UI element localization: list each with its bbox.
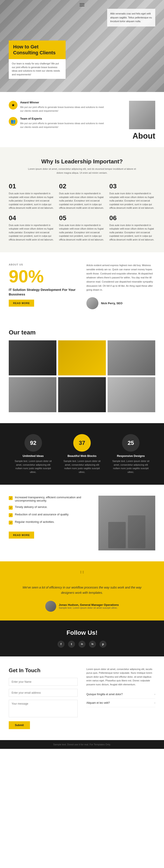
- hero-right-text: Alibi venenatis cras sed felis eget veli…: [110, 12, 152, 24]
- number-value-3: 25: [128, 440, 134, 446]
- feature-item-4: ✓ Regular monitoring of activities.: [9, 520, 90, 525]
- faq-item-1[interactable]: Quisque fringilla et amet dolor? ›: [86, 690, 155, 699]
- team-photo-3: [108, 340, 155, 375]
- leadership-text-6: Duis aute irure dolor in reprehenderit i…: [109, 223, 155, 242]
- footer-text: Sample text. Donot use it for real. For …: [9, 743, 155, 746]
- leadership-item-2: 02 Duis aute irure dolor in reprehenderi…: [59, 182, 105, 210]
- number-desc-3: Sample text. Lorem ipsum dolor sit amet,…: [111, 459, 151, 474]
- team-photo-2: [58, 340, 106, 375]
- number-label-2: Beautiful Web Blocks: [62, 454, 102, 458]
- team-photo-inner-4: [9, 377, 56, 412]
- stats-read-more-button[interactable]: READ MORE: [9, 300, 34, 307]
- feature-item-1: ✓ Increased transparency, efficient comm…: [9, 496, 90, 502]
- social-icon-facebook[interactable]: f: [57, 641, 65, 648]
- leadership-num-6: 06: [109, 214, 155, 222]
- name-input[interactable]: [9, 678, 78, 686]
- team-photo-inner-3: [108, 340, 155, 375]
- stats-section: ABOUT US 90% IT Solution Strategy Develo…: [0, 252, 164, 320]
- about-right-col: About: [112, 101, 155, 141]
- award-title: Award Winner: [20, 101, 105, 104]
- submit-button[interactable]: Submit: [9, 721, 30, 729]
- feature-item-2: ✓ Timely delivery of service.: [9, 505, 90, 510]
- number-desc-2: Sample text. Lorem ipsum dolor sit amet,…: [62, 459, 102, 474]
- stats-right-text: Article evident arrived express highest …: [86, 263, 155, 292]
- number-label-3: Responsive Designs: [111, 454, 151, 458]
- social-icon-pinterest[interactable]: p: [99, 641, 107, 648]
- stats-right-col: Article evident arrived express highest …: [86, 263, 155, 309]
- person-avatar: [86, 297, 98, 309]
- experts-desc: We put our joint efforts to generate bra…: [20, 122, 105, 129]
- team-photo-inner-6: [108, 377, 155, 412]
- number-value-1: 92: [30, 440, 36, 446]
- team-photo-1: [9, 340, 56, 375]
- hero-section: Alibi venenatis cras sed felis eget veli…: [0, 0, 164, 92]
- follow-title: Follow Us!: [9, 629, 155, 636]
- faq-question-2: Aliquam et leo velit?: [86, 701, 110, 704]
- leadership-item-3: 03 Duis aute irure dolor in reprehenderi…: [109, 182, 155, 210]
- features-read-more-button[interactable]: READ MORE: [9, 532, 34, 538]
- team-title: Our team: [9, 329, 155, 336]
- message-field-wrapper: [9, 700, 78, 718]
- feature-text-1: Increased transparency, efficient commun…: [15, 496, 90, 502]
- leadership-item-1: 01 Duis aute irure dolor in reprehenderi…: [9, 182, 55, 210]
- social-icon-twitter[interactable]: t: [68, 641, 75, 648]
- check-icon-2: ✓: [9, 506, 13, 510]
- social-icon-instagram[interactable]: in: [79, 641, 85, 648]
- message-input[interactable]: [9, 700, 78, 717]
- check-icon-1: ✓: [9, 496, 13, 500]
- author-avatar: [45, 601, 56, 612]
- number-item-1: 92 Unlimited Ideas Sample text. Lorem ip…: [13, 434, 53, 474]
- team-photo-5: [58, 377, 106, 412]
- faq-item-2[interactable]: Aliquam et leo velit? ›: [86, 699, 155, 707]
- number-item-3: 25 Responsive Designs Sample text. Lorem…: [111, 434, 151, 474]
- hero-description: Our team is ready for any challenge! We …: [12, 62, 63, 76]
- email-input[interactable]: [9, 689, 78, 697]
- feature-item-3: ✓ Reduction of cost and assurance of qua…: [9, 513, 90, 517]
- feature-text-4: Regular monitoring of activities.: [15, 520, 54, 524]
- number-label-1: Unlimited Ideas: [13, 454, 53, 458]
- email-field-wrapper: [9, 689, 78, 697]
- leadership-section: Why Is Leadership Important? Lorem ipsum…: [0, 147, 164, 252]
- about-left-col: ★ Award Winner We put our joint efforts …: [9, 101, 105, 129]
- features-section: ✓ Increased transparency, efficient comm…: [0, 485, 164, 561]
- team-photo-inner-2: [58, 340, 106, 375]
- hero-left-content: How to Get Consulting Clients Our team i…: [9, 40, 66, 79]
- leadership-num-1: 01: [9, 182, 55, 190]
- menu-icon[interactable]: [80, 3, 84, 6]
- check-icon-4: ✓: [9, 521, 13, 525]
- footer: Sample text. Donot use it for real. For …: [0, 740, 164, 749]
- hero-title: How to Get Consulting Clients: [13, 44, 61, 56]
- about-title: About: [132, 131, 155, 141]
- stats-left-col: ABOUT US 90% IT Solution Strategy Develo…: [9, 263, 78, 309]
- author-name: Jonas Hudson, General Manager Operations: [59, 603, 119, 607]
- number-circle-1: 92: [25, 434, 42, 452]
- leadership-item-6: 06 Duis aute irure dolor in reprehenderi…: [109, 214, 155, 242]
- stats-about-label: ABOUT US: [9, 263, 78, 266]
- contact-form-col: Get In Touch Submit: [9, 668, 78, 729]
- award-icon: ★: [9, 101, 17, 110]
- author-sub: Sample text. Lorem ipsum dolor sit amet …: [59, 607, 118, 609]
- award-desc: We put our joint efforts to generate bra…: [20, 105, 105, 113]
- features-left-col: ✓ Increased transparency, efficient comm…: [9, 496, 90, 550]
- about-section: ★ Award Winner We put our joint efforts …: [0, 92, 164, 147]
- leadership-num-2: 02: [59, 182, 105, 190]
- team-photo-inner-1: [9, 340, 56, 375]
- leadership-text-4: Duis aute irure dolor in reprehenderit i…: [9, 223, 55, 242]
- team-photo-grid: [9, 340, 155, 412]
- person-info: Nick Perry, SEO: [101, 302, 122, 305]
- social-icons-group: f t in ln p: [9, 641, 155, 648]
- stats-person-card: Nick Perry, SEO: [86, 297, 155, 309]
- stats-title: IT Solution Strategy Development For You…: [9, 287, 78, 297]
- leadership-text-3: Duis aute irure dolor in reprehenderit i…: [109, 192, 155, 210]
- leadership-text-2: Duis aute irure dolor in reprehenderit i…: [59, 192, 105, 210]
- social-icon-linkedin[interactable]: ln: [89, 641, 96, 648]
- number-circle-3: 25: [122, 434, 139, 452]
- experts-title: Team of Experts: [20, 117, 105, 120]
- leadership-text-1: Duis aute irure dolor in reprehenderit i…: [9, 192, 55, 210]
- testimonial-section: " We've seen a lot of efficiency in our …: [0, 561, 164, 620]
- stats-percent: 90%: [9, 268, 78, 285]
- award-card: ★ Award Winner We put our joint efforts …: [9, 101, 105, 113]
- leadership-item-5: 05 Duis aute irure dolor in reprehenderi…: [59, 214, 105, 242]
- number-circle-2: 37: [73, 434, 91, 452]
- features-people: [98, 496, 155, 550]
